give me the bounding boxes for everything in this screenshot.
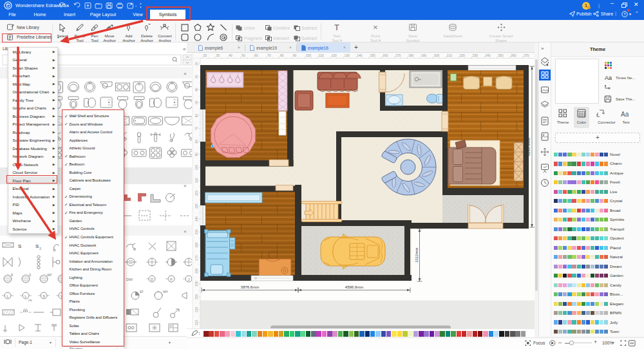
svg-text:40: 40 xyxy=(229,53,232,57)
svg-text:L: L xyxy=(24,294,27,298)
svg-text:110: 110 xyxy=(194,178,198,183)
svg-text:100: 100 xyxy=(306,53,312,57)
svg-text:150: 150 xyxy=(370,53,375,57)
svg-text:R: R xyxy=(11,274,14,277)
svg-text:30: 30 xyxy=(216,53,220,57)
svg-text:160: 160 xyxy=(194,242,198,248)
svg-text:20: 20 xyxy=(194,62,198,66)
svg-text:80: 80 xyxy=(194,140,198,144)
svg-text:PB: PB xyxy=(28,299,32,302)
svg-text:×: × xyxy=(184,71,187,77)
svg-text:4596.9mm: 4596.9mm xyxy=(345,285,363,289)
svg-text:20: 20 xyxy=(204,53,207,57)
svg-text:40: 40 xyxy=(194,88,198,91)
svg-text:F: F xyxy=(170,278,173,281)
svg-text:250: 250 xyxy=(498,53,504,57)
svg-text:60: 60 xyxy=(254,53,258,57)
svg-text:100: 100 xyxy=(194,164,198,170)
svg-text:210: 210 xyxy=(194,307,198,313)
svg-text:80: 80 xyxy=(280,53,284,57)
svg-text:WP: WP xyxy=(47,274,52,277)
svg-text:160: 160 xyxy=(383,53,388,57)
svg-text:130: 130 xyxy=(194,203,198,209)
svg-text:230: 230 xyxy=(472,53,478,57)
svg-text:150: 150 xyxy=(194,229,198,235)
svg-text:L: L xyxy=(6,294,9,298)
svg-text:30: 30 xyxy=(194,75,198,79)
svg-text:WH: WH xyxy=(163,290,168,294)
svg-text:260: 260 xyxy=(511,53,516,57)
svg-text:50: 50 xyxy=(242,53,245,57)
svg-text:190: 190 xyxy=(421,53,427,57)
svg-text:170: 170 xyxy=(194,255,198,261)
svg-text:×: × xyxy=(184,229,187,234)
svg-text:S: S xyxy=(18,243,22,249)
svg-text:140: 140 xyxy=(194,216,198,222)
svg-text:70: 70 xyxy=(194,127,198,131)
svg-text:200: 200 xyxy=(434,53,440,57)
svg-text:270: 270 xyxy=(524,53,529,57)
svg-text:3: 3 xyxy=(39,247,41,250)
svg-text:J: J xyxy=(188,278,190,281)
svg-text:70: 70 xyxy=(267,53,271,57)
svg-text:D: D xyxy=(151,278,154,281)
svg-text:D: D xyxy=(29,274,32,277)
svg-text:200: 200 xyxy=(194,294,198,299)
svg-text:×: × xyxy=(184,183,187,189)
svg-text:2112mm: 2112mm xyxy=(415,248,419,263)
svg-text:190: 190 xyxy=(194,281,198,287)
svg-text:120: 120 xyxy=(332,53,337,57)
svg-text:140: 140 xyxy=(357,53,363,57)
svg-text:170: 170 xyxy=(395,53,401,57)
svg-text:Aa: Aa xyxy=(605,75,612,81)
svg-text:90: 90 xyxy=(293,53,297,57)
svg-text:S: S xyxy=(43,294,45,298)
svg-text:60: 60 xyxy=(194,113,198,117)
svg-text:110: 110 xyxy=(319,53,324,57)
svg-text:«: « xyxy=(183,46,186,52)
svg-text:Aa: Aa xyxy=(621,111,629,118)
svg-text:180: 180 xyxy=(408,53,414,57)
svg-text:Save The...: Save The... xyxy=(616,97,636,101)
svg-text:EF: EF xyxy=(140,290,144,294)
svg-text:180: 180 xyxy=(194,268,198,274)
svg-text:?: ? xyxy=(623,12,626,16)
svg-text:Times Ne...: Times Ne... xyxy=(616,76,636,80)
svg-text:90: 90 xyxy=(194,153,198,156)
svg-text:DW: DW xyxy=(126,278,133,281)
svg-text:3876.6mm: 3876.6mm xyxy=(241,285,259,289)
svg-text:220: 220 xyxy=(194,320,198,326)
svg-text:130: 130 xyxy=(344,53,350,57)
svg-text:220: 220 xyxy=(460,53,466,57)
svg-text:240: 240 xyxy=(485,53,491,57)
svg-text:50: 50 xyxy=(194,100,198,104)
svg-text:120: 120 xyxy=(194,191,198,196)
svg-text:6293.6mm: 6293.6mm xyxy=(527,138,531,156)
svg-text:210: 210 xyxy=(447,53,453,57)
